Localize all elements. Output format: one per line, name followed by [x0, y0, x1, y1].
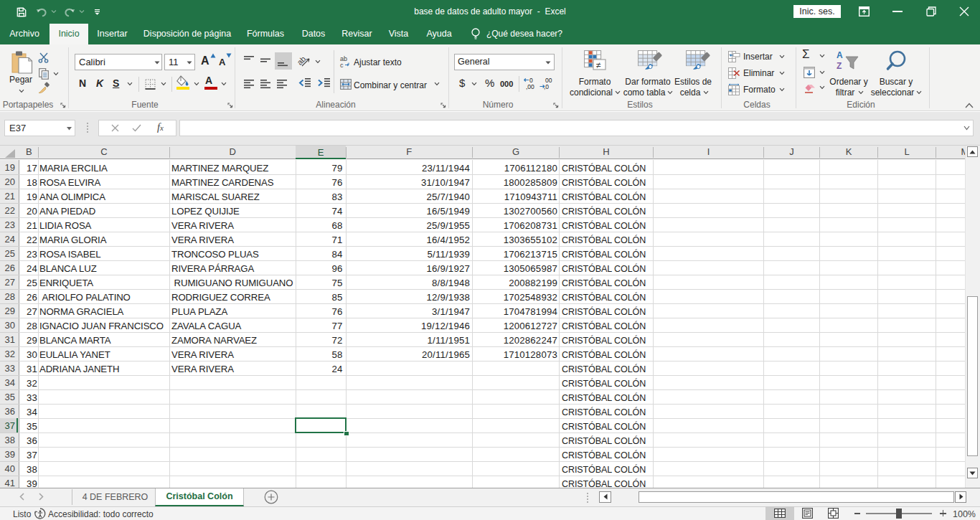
svg-text:Z: Z — [837, 61, 842, 71]
svg-text:,00: ,00 — [526, 83, 534, 90]
svg-text:A: A — [837, 50, 843, 60]
svg-text:≠: ≠ — [596, 60, 601, 70]
svg-text:c: c — [340, 62, 344, 69]
